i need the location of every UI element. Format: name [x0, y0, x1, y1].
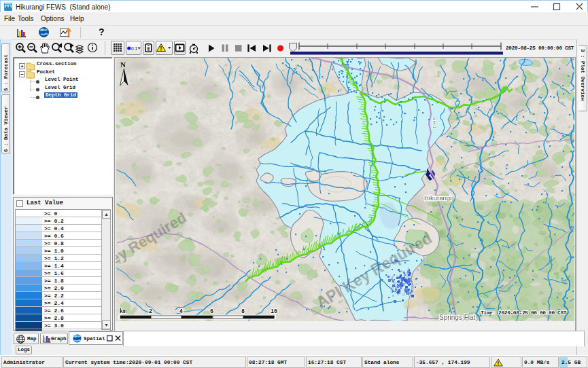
svg-text:8: 8 — [241, 308, 245, 315]
svg-text:4: 4 — [179, 308, 183, 315]
svg-text:km: km — [120, 308, 126, 315]
svg-text:N: N — [120, 60, 126, 69]
svg-text:Springs Flat: Springs Flat — [439, 314, 476, 321]
svg-text:SH 1: SH 1 — [432, 117, 438, 129]
svg-text:6: 6 — [210, 308, 213, 315]
svg-text:10: 10 — [271, 308, 277, 315]
svg-text:Time: 2020-08-25 00:00:00 CST: Time: 2020-08-25 00:00:00 CST — [481, 310, 567, 316]
svg-text:Hikurangi: Hikurangi — [424, 194, 451, 202]
svg-text:0.1: 0.1 — [131, 46, 137, 51]
svg-text:2: 2 — [149, 308, 152, 315]
